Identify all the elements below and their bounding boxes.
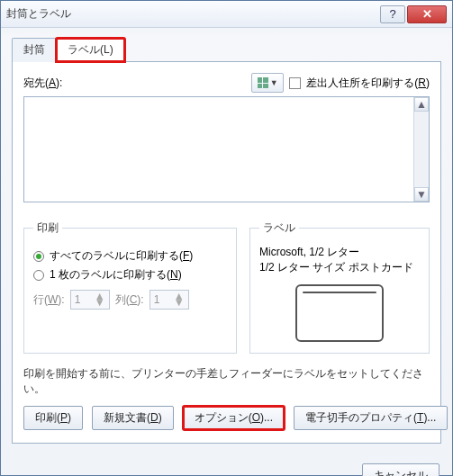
label-legend: ラベル [259, 220, 299, 236]
address-textarea[interactable]: ▲ ▼ [23, 96, 430, 202]
scroll-up-icon[interactable]: ▲ [414, 97, 429, 112]
scroll-down-icon[interactable]: ▼ [414, 187, 429, 202]
row-col-controls: 行(W): 1 ▲▼ 列(C): 1 ▲▼ [33, 290, 227, 310]
row-label: 行(W): [33, 292, 65, 308]
address-book-button[interactable]: ▼ [251, 73, 284, 93]
col-label: 列(C): [115, 292, 144, 308]
titlebar: 封筒とラベル ? ✕ [1, 1, 452, 28]
action-buttons: 印刷(P) 新規文書(D) オプション(O)... 電子切手のプロパティ(T).… [23, 406, 430, 430]
close-button[interactable]: ✕ [407, 5, 447, 23]
address-book-icon [258, 77, 268, 88]
tab-strip: 封筒 ラベル(L) [12, 38, 441, 62]
spinner-arrows-icon: ▲▼ [95, 293, 105, 306]
row-spinner[interactable]: 1 ▲▼ [70, 290, 110, 310]
window-title: 封筒とラベル [6, 6, 380, 22]
estamp-button[interactable]: 電子切手のプロパティ(T)... [294, 406, 448, 430]
tab-panel-label: 宛先(A): ▼ 差出人住所を印刷する(R) ▲ ▼ [12, 61, 441, 444]
group-row: 印刷 すべてのラベルに印刷する(F) 1 枚のラベルに印刷する(N) [23, 220, 430, 354]
label-line1: Microsoft, 1/2 レター [259, 245, 420, 260]
client-area: 封筒 ラベル(L) 宛先(A): ▼ 差出人住所を印刷する(R) [1, 28, 452, 454]
chevron-down-icon: ▼ [270, 78, 278, 87]
label-preview[interactable] [259, 284, 420, 342]
label-line2: 1/2 レター サイズ ポストカード [259, 260, 420, 275]
radio-print-one[interactable]: 1 枚のラベルに印刷する(N) [33, 267, 227, 283]
tab-label[interactable]: ラベル(L) [56, 38, 125, 62]
radio-print-all-label: すべてのラベルに印刷する(F) [50, 248, 193, 264]
new-document-button[interactable]: 新規文書(D) [92, 406, 174, 430]
address-label: 宛先(A): [23, 76, 62, 91]
dialog-window: 封筒とラベル ? ✕ 封筒 ラベル(L) 宛先(A): ▼ 差 [0, 0, 453, 476]
radio-print-one-label: 1 枚のラベルに印刷する(N) [50, 267, 182, 283]
help-button[interactable]: ? [380, 5, 405, 23]
options-button[interactable]: オプション(O)... [183, 406, 285, 430]
cancel-button[interactable]: キャンセル [362, 463, 439, 476]
radio-icon [33, 270, 44, 281]
footer: キャンセル [1, 454, 452, 476]
radio-icon [33, 251, 44, 262]
window-buttons: ? ✕ [380, 5, 447, 23]
print-button[interactable]: 印刷(P) [23, 406, 83, 430]
print-group: 印刷 すべてのラベルに印刷する(F) 1 枚のラベルに印刷する(N) [23, 220, 237, 354]
spinner-arrows-icon: ▲▼ [174, 293, 185, 306]
radio-print-all[interactable]: すべてのラベルに印刷する(F) [33, 248, 227, 264]
hint-text: 印刷を開始する前に、プリンターの手差しフィーダーにラベルをセットしてください。 [23, 366, 430, 397]
print-legend: 印刷 [33, 220, 62, 236]
label-group: ラベル Microsoft, 1/2 レター 1/2 レター サイズ ポストカー… [249, 220, 430, 354]
label-card-icon [295, 284, 384, 342]
tab-envelope[interactable]: 封筒 [12, 38, 57, 62]
sender-address-checkbox[interactable] [289, 77, 301, 89]
col-spinner[interactable]: 1 ▲▼ [149, 290, 189, 310]
address-header-row: 宛先(A): ▼ 差出人住所を印刷する(R) [23, 73, 430, 93]
scrollbar[interactable]: ▲ ▼ [413, 97, 429, 202]
sender-address-label: 差出人住所を印刷する(R) [306, 76, 430, 91]
